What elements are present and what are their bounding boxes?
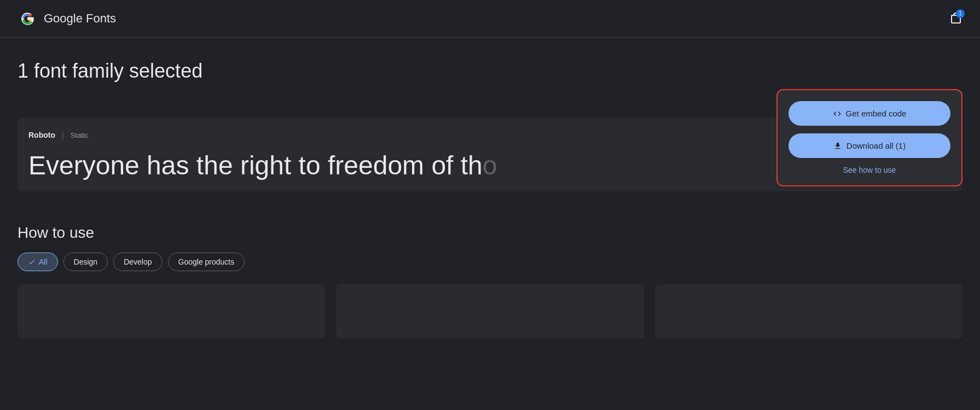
how-to-use-cards-row: [18, 284, 962, 339]
font-card-area: Share Remove all Roboto | Static: [18, 100, 962, 191]
google-fonts-logo-icon: [18, 9, 37, 28]
how-card-2: [336, 284, 643, 339]
tab-all-label: All: [39, 257, 48, 266]
preview-text-faded: o: [483, 151, 497, 180]
font-meta: Roboto | Static: [28, 131, 88, 139]
how-card-1: [18, 284, 325, 339]
tab-develop-label: Develop: [124, 257, 152, 266]
see-how-label: See how to use: [843, 166, 896, 174]
download-all-button[interactable]: Download all (1): [788, 133, 950, 158]
how-to-use-section: How to use All Design Develop Google pro…: [0, 224, 980, 339]
font-name: Roboto: [28, 131, 55, 139]
header-title: Google Fonts: [44, 11, 116, 26]
tab-google-products-label: Google products: [178, 257, 235, 266]
page-heading: 1 font family selected: [18, 60, 962, 83]
main-content: 1 font family selected Share Remove all: [0, 38, 980, 191]
font-preview-text: Everyone has the right to freedom of tho: [28, 150, 521, 180]
get-embed-code-button[interactable]: Get embed code: [788, 101, 950, 126]
font-meta-divider: |: [62, 131, 64, 139]
tab-develop[interactable]: Develop: [113, 253, 162, 271]
code-icon: [833, 109, 842, 118]
checkmark-icon: [28, 258, 36, 266]
header-left: Google Fonts: [18, 9, 116, 28]
how-to-use-heading: How to use: [18, 224, 962, 242]
download-all-icon: [833, 142, 842, 150]
header: Google Fonts 1: [0, 0, 980, 38]
see-how-to-use-link[interactable]: See how to use: [788, 166, 950, 174]
embed-code-label: Get embed code: [846, 109, 907, 118]
cart-badge: 1: [956, 9, 965, 18]
filter-tabs: All Design Develop Google products: [18, 253, 962, 271]
popup-panel: Get embed code Download all (1) See how …: [776, 89, 962, 186]
tab-design[interactable]: Design: [63, 253, 108, 271]
tab-design-label: Design: [74, 257, 98, 266]
download-all-label: Download all (1): [846, 141, 906, 150]
preview-text-main: Everyone has the right to freedom of th: [28, 151, 483, 180]
tab-all[interactable]: All: [18, 253, 58, 271]
tab-google-products[interactable]: Google products: [168, 253, 245, 271]
cart-button[interactable]: 1: [949, 11, 962, 26]
how-card-3: [655, 284, 962, 339]
font-type: Static: [71, 131, 89, 139]
